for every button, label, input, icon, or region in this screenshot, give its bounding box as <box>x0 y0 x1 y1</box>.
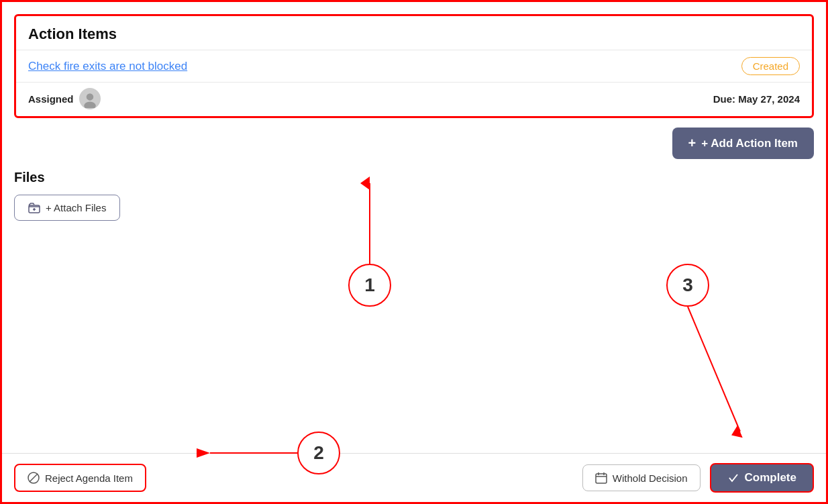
main-container: Action Items Check fire exits are not bl… <box>0 0 828 504</box>
bottom-right-buttons: Withold Decision Complete <box>582 463 814 493</box>
files-title: Files <box>14 170 814 185</box>
status-badge: Created <box>741 57 800 75</box>
svg-point-1 <box>86 93 93 101</box>
folder-plus-icon <box>28 203 40 213</box>
action-item-row: Check fire exits are not blocked Created <box>16 50 812 82</box>
action-items-section: Action Items Check fire exits are not bl… <box>14 14 814 118</box>
complete-button[interactable]: Complete <box>710 463 814 493</box>
withold-decision-button[interactable]: Withold Decision <box>582 464 701 491</box>
action-items-title: Action Items <box>28 26 117 42</box>
assigned-label: Assigned <box>28 93 74 105</box>
assigned-row: Assigned Due: May 27, 2024 <box>16 82 812 116</box>
assigned-left: Assigned <box>28 88 101 109</box>
attach-files-label: + Attach Files <box>46 202 106 213</box>
annotation-circle-3: 3 <box>666 264 709 307</box>
annotation-circle-1: 1 <box>348 264 391 307</box>
avatar <box>79 88 101 109</box>
reject-agenda-item-button[interactable]: Reject Agenda Item <box>14 464 146 492</box>
add-action-btn-label: + Add Action Item <box>701 137 798 150</box>
bottom-bar: Reject Agenda Item Withold Decision Comp… <box>2 453 826 502</box>
reject-btn-label: Reject Agenda Item <box>45 472 133 484</box>
files-section: Files + Attach Files <box>2 159 826 228</box>
action-item-link[interactable]: Check fire exits are not blocked <box>28 60 187 73</box>
plus-icon: + <box>688 136 696 151</box>
middle-section: + + Add Action Item <box>2 118 826 133</box>
svg-line-15 <box>688 307 740 432</box>
checkmark-icon <box>727 472 739 484</box>
add-action-item-button[interactable]: + + Add Action Item <box>672 128 814 159</box>
calendar-icon <box>595 472 607 484</box>
due-date: Due: May 27, 2024 <box>713 93 800 105</box>
attach-files-button[interactable]: + Attach Files <box>14 195 120 221</box>
svg-rect-6 <box>596 474 607 483</box>
svg-line-5 <box>30 474 38 482</box>
reject-icon <box>28 472 40 484</box>
action-items-header: Action Items <box>16 16 812 50</box>
withold-btn-label: Withold Decision <box>613 472 688 484</box>
complete-btn-label: Complete <box>745 471 796 485</box>
